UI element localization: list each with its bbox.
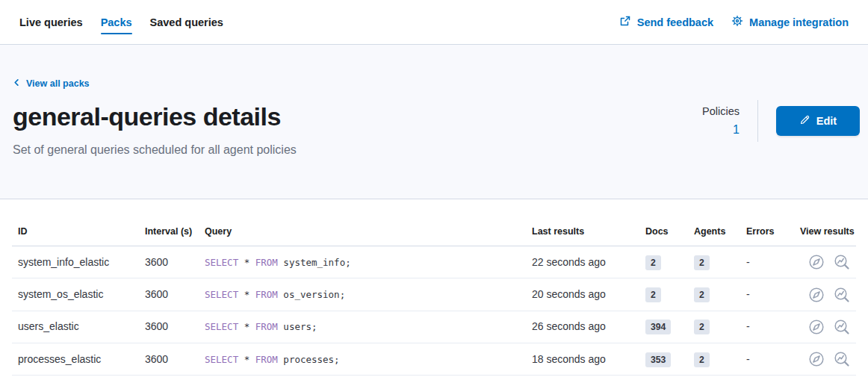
agents-count-badge: 2	[694, 352, 710, 367]
docs-count-badge: 353	[645, 352, 671, 367]
send-feedback-link[interactable]: Send feedback	[619, 0, 713, 44]
query-id-cell: users_elastic	[12, 311, 139, 343]
magnifier-chart-icon	[834, 261, 850, 272]
tab-saved-queries[interactable]: Saved queries	[150, 0, 223, 44]
policies-stat-value: 1	[702, 123, 740, 137]
view-in-lens-button[interactable]	[834, 254, 850, 270]
sql-keyword: FROM	[255, 257, 278, 268]
sql-text: *	[238, 354, 255, 365]
compass-icon	[808, 294, 825, 305]
sql-keyword: FROM	[255, 354, 278, 365]
last-results-cell: 20 seconds ago	[526, 278, 639, 311]
policies-stat: Policies 1	[702, 105, 740, 137]
errors-cell: -	[740, 343, 794, 375]
view-in-discover-button[interactable]	[808, 319, 825, 335]
column-header-id: ID	[12, 220, 139, 246]
view-all-packs-link[interactable]: View all packs	[13, 78, 90, 89]
sql-keyword: SELECT	[205, 257, 238, 268]
errors-cell: -	[740, 246, 794, 278]
topbar-actions: Send feedback Manage integration	[619, 0, 849, 44]
pack-description: Set of general queries scheduled for all…	[13, 143, 855, 157]
send-feedback-label: Send feedback	[637, 16, 713, 28]
sql-keyword: SELECT	[205, 289, 238, 300]
policies-stat-label: Policies	[702, 105, 740, 117]
errors-cell: -	[740, 311, 794, 343]
interval-cell: 3600	[139, 311, 199, 343]
docs-count-badge: 2	[645, 255, 661, 270]
sql-keyword: FROM	[255, 321, 278, 332]
column-header-agents: Agents	[688, 220, 740, 246]
view-all-packs-label: View all packs	[26, 78, 90, 89]
agents-cell: 2	[688, 278, 740, 311]
view-in-discover-button[interactable]	[808, 254, 825, 270]
sql-text: *	[238, 321, 255, 332]
sql-text: users;	[278, 321, 317, 332]
tab-live-queries[interactable]: Live queries	[19, 0, 83, 44]
tab-packs[interactable]: Packs	[101, 0, 132, 44]
agents-count-badge: 2	[694, 320, 710, 334]
magnifier-chart-icon	[834, 294, 850, 305]
docs-cell: 394	[639, 311, 688, 343]
agents-cell: 2	[688, 311, 740, 343]
last-results-cell: 22 seconds ago	[526, 246, 639, 278]
view-in-discover-button[interactable]	[808, 287, 825, 303]
table-row: users_elastic 3600 SELECT * FROM users; …	[12, 311, 856, 343]
query-id-cell: processes_elastic	[12, 343, 139, 375]
column-header-interval: Interval (s)	[139, 220, 199, 246]
query-id-cell: system_info_elastic	[12, 246, 139, 278]
pencil-icon	[799, 114, 810, 128]
query-sql-cell: SELECT * FROM processes;	[199, 343, 526, 375]
sql-text: system_info;	[278, 257, 351, 268]
table-row: system_os_elastic 3600 SELECT * FROM os_…	[12, 278, 856, 311]
column-header-docs: Docs	[639, 220, 688, 246]
agents-count-badge: 2	[694, 255, 710, 270]
column-header-errors: Errors	[740, 220, 794, 246]
view-in-lens-button[interactable]	[834, 319, 850, 335]
query-sql-cell: SELECT * FROM os_version;	[199, 278, 526, 311]
table-row: processes_elastic 3600 SELECT * FROM pro…	[12, 343, 856, 375]
table-row: system_info_elastic 3600 SELECT * FROM s…	[12, 246, 856, 278]
sql-keyword: SELECT	[205, 321, 238, 332]
interval-cell: 3600	[139, 246, 199, 278]
interval-cell: 3600	[139, 343, 199, 375]
query-id-cell: system_os_elastic	[12, 278, 139, 311]
sql-text: *	[238, 289, 255, 300]
view-results-cell	[794, 278, 856, 311]
agents-cell: 2	[688, 343, 740, 375]
last-results-cell: 26 seconds ago	[526, 311, 639, 343]
docs-cell: 2	[639, 246, 688, 278]
view-results-cell	[794, 343, 856, 375]
view-in-lens-button[interactable]	[834, 287, 850, 303]
view-results-cell	[794, 311, 856, 343]
external-link-icon	[619, 15, 631, 29]
magnifier-chart-icon	[834, 326, 850, 337]
docs-count-badge: 2	[645, 287, 661, 302]
edit-button[interactable]: Edit	[776, 106, 860, 136]
view-results-cell	[794, 246, 856, 278]
sql-keyword: FROM	[255, 289, 278, 300]
agents-cell: 2	[688, 246, 740, 278]
column-header-view-results: View results	[794, 220, 856, 246]
agents-count-badge: 2	[694, 287, 710, 302]
errors-cell: -	[740, 278, 794, 311]
manage-integration-label: Manage integration	[749, 16, 849, 28]
magnifier-chart-icon	[834, 358, 850, 370]
table-header-row: ID Interval (s) Query Last results Docs …	[12, 220, 856, 246]
pack-details-header: View all packs general-queries details S…	[0, 45, 868, 199]
manage-integration-link[interactable]: Manage integration	[731, 0, 849, 44]
compass-icon	[808, 261, 825, 272]
header-right-group: Policies 1 Edit	[702, 100, 860, 142]
chevron-left-icon	[13, 78, 21, 89]
sql-text: os_version;	[278, 289, 345, 300]
gear-icon	[731, 15, 743, 29]
last-results-cell: 18 seconds ago	[526, 343, 639, 375]
view-in-lens-button[interactable]	[834, 351, 850, 367]
interval-cell: 3600	[139, 278, 199, 311]
docs-count-badge: 394	[645, 320, 671, 334]
view-in-discover-button[interactable]	[808, 351, 825, 367]
compass-icon	[808, 326, 825, 337]
sql-keyword: SELECT	[205, 354, 238, 365]
docs-cell: 2	[639, 278, 688, 311]
sql-text: *	[238, 257, 255, 268]
docs-cell: 353	[639, 343, 688, 375]
